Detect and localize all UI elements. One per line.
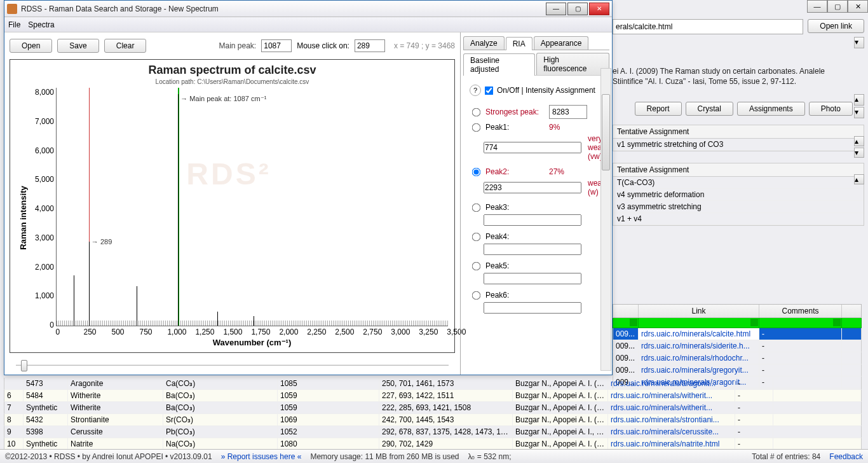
cell-link[interactable]: rdrs.uaic.ro/minerals/witherit...: [608, 390, 735, 401]
cell-id: Synthetic: [24, 402, 68, 413]
peak-radio[interactable]: [472, 123, 481, 132]
filter-dropdown-icon[interactable]: [630, 319, 637, 326]
plot-area[interactable]: 8,0007,0006,0005,0004,0003,0002,0001,000…: [56, 88, 448, 326]
subtab-high-fluorescence[interactable]: High fluorescence: [536, 53, 609, 75]
peak-radio[interactable]: [472, 261, 481, 270]
scroll-arrow-icon[interactable]: ▴: [854, 136, 864, 146]
minimize-button[interactable]: —: [546, 3, 566, 15]
cell-link[interactable]: rdrs.uaic.ro/minerals/cerussite...: [608, 426, 735, 438]
cell-link[interactable]: rdrs.uaic.ro/minerals/gregoryit...: [639, 364, 759, 376]
chart-ylabel: Raman intensity: [18, 186, 28, 249]
grid-header-link[interactable]: Link: [639, 305, 759, 317]
tab-appearance[interactable]: Appearance: [534, 36, 589, 50]
assignment-item[interactable]: v1 symmetric stretching of CO3: [613, 139, 864, 151]
cell-link[interactable]: rdrs.uaic.ro/minerals/strontiani...: [608, 414, 735, 425]
tab-ria[interactable]: RIA: [506, 37, 532, 50]
peak-value-input[interactable]: [484, 273, 581, 284]
spectrum-chart[interactable]: Raman spectrum of calcite.csv Location p…: [10, 59, 455, 353]
grid-header-ref[interactable]: [613, 305, 639, 317]
scroll-arrow-icon[interactable]: ▾: [854, 148, 864, 158]
scroll-arrow-icon[interactable]: ▴: [854, 174, 864, 184]
assignment-list: T(Ca-CO3) v4 symmetric deformation v3 as…: [613, 177, 864, 226]
assignments-button[interactable]: Assignments: [737, 102, 805, 116]
scroll-arrow-icon[interactable]: ▾: [854, 107, 864, 118]
peak-value-input[interactable]: [484, 182, 581, 193]
filter-dropdown-icon[interactable]: [833, 319, 841, 326]
peak-radio[interactable]: [472, 291, 481, 300]
cell-index: 7: [4, 402, 24, 413]
titlebar[interactable]: RDSS - Raman Data Search and Storage - N…: [4, 1, 612, 17]
menu-spectra[interactable]: Spectra: [28, 20, 54, 29]
onoff-checkbox[interactable]: [485, 86, 494, 95]
table-row[interactable]: 7SyntheticWitheriteBa(CO₃)1059222, 285, …: [4, 402, 862, 414]
table-row[interactable]: 65484WitheriteBa(CO₃)1059227, 693, 1422,…: [4, 390, 862, 402]
strongest-peak-input[interactable]: [549, 105, 587, 119]
report-button[interactable]: Report: [635, 102, 682, 116]
table-row[interactable]: 95398CerussitePb(CO₃)1052292, 678, 837, …: [4, 426, 862, 438]
peak-radio[interactable]: [472, 167, 481, 176]
maximize-button[interactable]: ▢: [567, 3, 588, 15]
x-tick: 2,250: [307, 328, 308, 336]
tab-analyze[interactable]: Analyze: [463, 36, 505, 50]
table-row[interactable]: 5473AragoniteCa(CO₃)1085250, 701, 1461, …: [4, 378, 862, 390]
peak-radio[interactable]: [472, 203, 481, 212]
close-button[interactable]: ✕: [589, 3, 609, 15]
open-button[interactable]: Open: [10, 39, 52, 53]
peak-value-input[interactable]: [484, 244, 581, 255]
assignment-item[interactable]: T(Ca-CO3): [613, 177, 864, 189]
vertical-scrollbar[interactable]: [600, 68, 611, 371]
horizontal-slider[interactable]: [10, 358, 455, 372]
cell-link[interactable]: rdrs.uaic.ro/minerals/natrite.html: [608, 438, 735, 450]
link-url-field[interactable]: [613, 19, 803, 34]
table-row[interactable]: 85432StrontianiteSr(CO₃)1069242, 700, 14…: [4, 414, 862, 426]
table-row[interactable]: 009...rdrs.uaic.ro/minerals/rhodochr...-: [613, 352, 862, 364]
cell-formula: Ba(CO₃): [163, 402, 278, 413]
peak-radio[interactable]: [472, 232, 481, 241]
cell-link[interactable]: rdrs.uaic.ro/minerals/siderite.h...: [639, 340, 759, 352]
cell-link[interactable]: rdrs.uaic.ro/minerals/calcite.html: [639, 328, 759, 340]
minerals-table: 5473AragoniteCa(CO₃)1085250, 701, 1461, …: [4, 378, 862, 444]
cell-formula: Sr(CO₃): [163, 414, 278, 425]
outer-minimize-button[interactable]: —: [807, 0, 827, 13]
photo-button[interactable]: Photo: [809, 102, 853, 116]
cell-link[interactable]: rdrs.uaic.ro/minerals/aragonit...: [608, 378, 735, 389]
strongest-peak-radio[interactable]: [472, 107, 481, 116]
outer-close-button[interactable]: ✕: [848, 0, 868, 13]
assignment-item[interactable]: v4 symmetric deformation: [613, 189, 864, 201]
outer-maximize-button[interactable]: ▢: [827, 0, 848, 13]
table-row[interactable]: 009...rdrs.uaic.ro/minerals/siderite.h..…: [613, 340, 862, 352]
cell-id: Synthetic: [24, 438, 68, 450]
assignment-item[interactable]: v1 + v4: [613, 213, 864, 225]
x-tick: 750: [139, 328, 140, 336]
cell-link[interactable]: rdrs.uaic.ro/minerals/witherit...: [608, 402, 735, 413]
main-peak-input[interactable]: [261, 39, 292, 52]
slider-thumb[interactable]: [21, 360, 27, 371]
report-issues-link[interactable]: » Report issuses here «: [221, 452, 302, 461]
scroll-arrow-icon[interactable]: ▴: [854, 94, 864, 106]
grid-filter-row[interactable]: [613, 318, 862, 328]
peak-value-input[interactable]: [484, 214, 581, 226]
feedback-link[interactable]: Feedback: [829, 452, 863, 461]
peak-value-input[interactable]: [484, 302, 581, 314]
save-button[interactable]: Save: [57, 39, 98, 53]
menu-file[interactable]: File: [8, 20, 20, 29]
scrollbar-thumb[interactable]: [602, 94, 610, 170]
subtab-baseline[interactable]: Baseline adjusted: [463, 53, 535, 76]
cell-name: Witherite: [68, 390, 163, 401]
scroll-arrow-icon[interactable]: ▾: [854, 37, 864, 48]
crystal-button[interactable]: Crystal: [686, 102, 733, 116]
x-tick: 1,250: [195, 328, 196, 336]
grid-header-comments[interactable]: Comments: [759, 305, 842, 317]
cell-comments: -: [735, 390, 773, 401]
peak-value-input[interactable]: [484, 142, 581, 153]
mouse-click-input[interactable]: [355, 39, 385, 52]
clear-button[interactable]: Clear: [104, 39, 147, 53]
table-row[interactable]: 009...rdrs.uaic.ro/minerals/gregoryit...…: [613, 364, 862, 377]
filter-dropdown-icon[interactable]: [750, 319, 758, 326]
x-tick: 2,500: [335, 328, 336, 336]
help-icon[interactable]: ?: [470, 85, 481, 96]
assignment-item[interactable]: v3 asymmetric stretching: [613, 201, 864, 213]
cell-link[interactable]: rdrs.uaic.ro/minerals/rhodochr...: [639, 352, 759, 364]
open-link-button[interactable]: Open link: [808, 19, 864, 33]
table-row[interactable]: 009...rdrs.uaic.ro/minerals/calcite.html…: [613, 328, 862, 340]
